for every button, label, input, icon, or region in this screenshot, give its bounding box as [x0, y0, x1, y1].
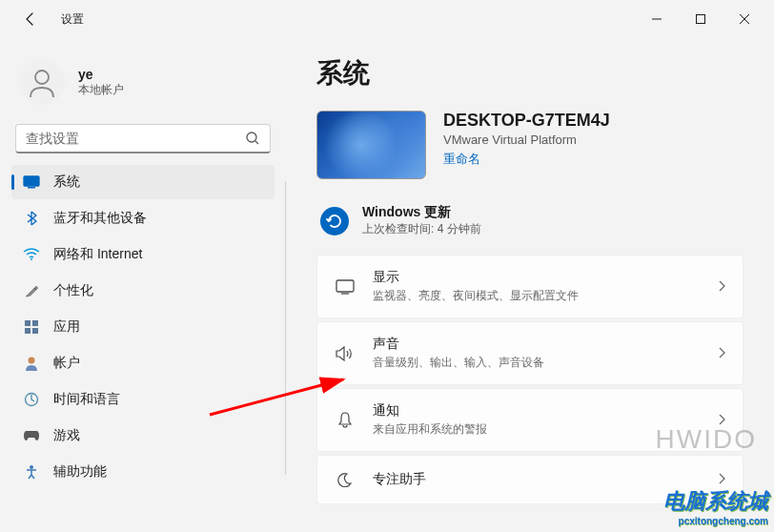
setting-item-display[interactable]: 显示 监视器、亮度、夜间模式、显示配置文件	[316, 255, 743, 318]
update-sub: 上次检查时间: 4 分钟前	[362, 221, 481, 237]
user-type: 本地帐户	[78, 82, 124, 98]
svg-line-4	[255, 141, 258, 144]
user-name: ye	[78, 67, 124, 82]
sidebar-item-bluetooth[interactable]: 蓝牙和其他设备	[11, 201, 275, 235]
svg-rect-8	[25, 320, 31, 326]
svg-point-12	[29, 358, 35, 364]
sidebar-item-accessibility[interactable]: 辅助功能	[11, 455, 275, 489]
svg-rect-10	[25, 328, 31, 334]
search-box[interactable]	[15, 124, 271, 153]
sidebar-item-label: 辅助功能	[53, 463, 107, 481]
setting-item-sound[interactable]: 声音 音量级别、输出、输入、声音设备	[316, 321, 743, 385]
search-icon	[245, 131, 260, 146]
svg-point-7	[31, 258, 32, 260]
sidebar-item-personalization[interactable]: 个性化	[11, 274, 275, 308]
setting-title: 通知	[373, 402, 701, 419]
sidebar-item-label: 游戏	[53, 427, 80, 444]
svg-point-3	[247, 133, 256, 142]
sidebar-item-apps[interactable]: 应用	[11, 310, 275, 344]
person-icon	[25, 65, 59, 99]
titlebar: 设置	[0, 0, 774, 38]
chevron-right-icon	[718, 278, 725, 296]
bell-icon	[335, 410, 356, 431]
setting-sub: 音量级别、输出、输入、声音设备	[373, 355, 701, 371]
svg-rect-15	[336, 280, 354, 292]
setting-sub: 监视器、亮度、夜间模式、显示配置文件	[373, 288, 701, 304]
display-icon	[335, 276, 356, 297]
app-title: 设置	[61, 11, 84, 28]
close-button[interactable]	[723, 4, 766, 34]
sidebar-item-time-language[interactable]: 时间和语言	[11, 382, 275, 417]
system-icon	[23, 174, 40, 191]
clock-globe-icon	[23, 391, 40, 408]
setting-title: 声音	[373, 336, 701, 353]
back-button[interactable]	[15, 4, 46, 34]
user-block[interactable]: ye 本地帐户	[11, 50, 275, 120]
sidebar: ye 本地帐户 系统 蓝牙和其他设备 网络和 Internet	[0, 38, 286, 532]
bluetooth-icon	[23, 210, 40, 227]
accessibility-icon	[23, 463, 40, 481]
sound-icon	[335, 343, 356, 364]
device-name: DESKTOP-G7TEM4J	[443, 111, 610, 131]
wifi-icon	[23, 246, 40, 263]
windows-update-block[interactable]: Windows 更新 上次检查时间: 4 分钟前	[316, 202, 743, 255]
sidebar-item-label: 时间和语言	[53, 391, 120, 408]
svg-rect-5	[24, 176, 39, 186]
person-small-icon	[23, 355, 40, 372]
chevron-right-icon	[718, 345, 725, 362]
sidebar-item-label: 蓝牙和其他设备	[53, 210, 147, 227]
sidebar-item-system[interactable]: 系统	[11, 165, 275, 199]
main-content: 系统 DESKTOP-G7TEM4J VMware Virtual Platfo…	[286, 38, 774, 532]
device-platform: VMware Virtual Platform	[443, 133, 610, 147]
device-thumbnail[interactable]	[316, 111, 426, 179]
setting-sub: 来自应用和系统的警报	[373, 421, 701, 438]
setting-title: 专注助手	[373, 471, 701, 488]
minimize-icon	[652, 14, 662, 24]
rename-link[interactable]: 重命名	[443, 151, 480, 168]
setting-title: 显示	[373, 269, 701, 286]
nav: 系统 蓝牙和其他设备 网络和 Internet 个性化 应用 帐户	[11, 165, 275, 489]
svg-rect-11	[32, 328, 38, 334]
chevron-right-icon	[718, 471, 725, 488]
brush-icon	[23, 282, 40, 299]
close-icon	[740, 14, 749, 24]
sidebar-item-label: 系统	[53, 174, 80, 191]
page-title: 系统	[316, 55, 743, 92]
svg-rect-6	[28, 187, 35, 189]
sidebar-item-label: 帐户	[53, 355, 80, 372]
update-title: Windows 更新	[362, 204, 481, 221]
gamepad-icon	[23, 427, 40, 444]
device-block: DESKTOP-G7TEM4J VMware Virtual Platform …	[316, 111, 743, 179]
apps-icon	[23, 318, 40, 336]
setting-item-notifications[interactable]: 通知 来自应用和系统的警报	[316, 388, 743, 452]
svg-point-14	[30, 465, 33, 469]
sidebar-item-network[interactable]: 网络和 Internet	[11, 237, 275, 272]
maximize-button[interactable]	[679, 4, 723, 34]
minimize-button[interactable]	[635, 4, 679, 34]
sidebar-item-label: 个性化	[53, 282, 93, 299]
svg-rect-9	[32, 320, 38, 326]
sidebar-item-label: 应用	[53, 318, 80, 336]
update-icon	[320, 207, 349, 235]
setting-item-focus-assist[interactable]: 专注助手	[316, 455, 743, 504]
maximize-icon	[696, 14, 705, 24]
sidebar-item-label: 网络和 Internet	[53, 246, 142, 263]
chevron-right-icon	[718, 412, 725, 429]
svg-point-2	[35, 71, 49, 84]
avatar	[19, 59, 65, 105]
svg-rect-1	[697, 15, 705, 24]
sidebar-item-accounts[interactable]: 帐户	[11, 346, 275, 380]
sidebar-item-gaming[interactable]: 游戏	[11, 419, 275, 453]
arrow-left-icon	[23, 11, 38, 27]
settings-list: 显示 监视器、亮度、夜间模式、显示配置文件 声音 音量级别、输出、输入、声音设备…	[316, 255, 743, 504]
moon-icon	[335, 469, 356, 490]
search-input[interactable]	[26, 131, 245, 146]
